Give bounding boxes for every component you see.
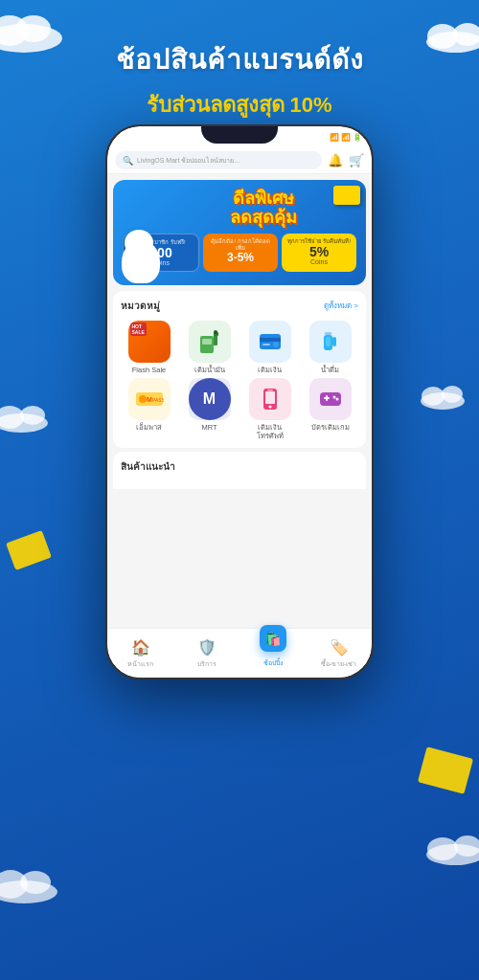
- cart-icon[interactable]: 🛒: [349, 153, 364, 167]
- category-mrt-label: MRT: [201, 423, 217, 432]
- game-icon: [309, 378, 352, 420]
- flash-sale-icon: HOTSALE: [128, 321, 171, 363]
- search-placeholder: LivingOS Mart ช้อปออนไลน์สบาย...: [137, 155, 240, 166]
- promo-banner: ดีลพิเศษ ลดสุดคุ้ม สมัครสมาชิก รับฟรี! 1…: [113, 180, 366, 285]
- svg-rect-30: [326, 337, 331, 346]
- marketplace-icon: 🏷️: [330, 638, 349, 657]
- cloud-bottom-left: [0, 865, 62, 903]
- mpass-icon: M PASS: [128, 378, 171, 420]
- bottom-navigation: 🏠 หน้าแรก 🛡️ บริการ 🛍️ ช้อปปิ้ง 🏷️ ซื้อ-…: [107, 628, 372, 678]
- category-mobile-label: เติมเงินโทรศัพท์: [257, 423, 284, 440]
- svg-rect-36: [265, 391, 275, 404]
- hero-title: ช้อปสินค้าแบรนด์ดัง: [0, 38, 479, 80]
- categories-more[interactable]: ดูทั้งหมด >: [324, 300, 358, 312]
- category-grid: HOTSALE Flash Sale: [121, 321, 358, 440]
- category-mobile[interactable]: เติมเงินโทรศัพท์: [241, 378, 298, 440]
- recommend-header: สินค้าแนะนำ: [121, 459, 358, 474]
- banner-title-line1: ดีลพิเศษ: [171, 189, 356, 209]
- phone-mockup: 📶 📶 🔋 🔍 LivingOS Mart ช้อปออนไลน์สบาย...…: [105, 124, 374, 679]
- banner-card2-label: คุ้มอีกต้อ! กรอกโค้ดลดเพิ่ม: [207, 238, 274, 252]
- svg-rect-38: [267, 390, 273, 391]
- svg-point-16: [422, 387, 445, 406]
- svg-point-22: [214, 330, 217, 334]
- svg-text:PASS: PASS: [152, 397, 164, 403]
- home-icon: 🏠: [131, 638, 150, 657]
- nav-home[interactable]: 🏠 หน้าแรก: [107, 629, 173, 678]
- shop-icon: 🛍️: [260, 625, 286, 652]
- svg-point-8: [20, 871, 51, 894]
- svg-rect-25: [262, 344, 270, 345]
- category-mpass[interactable]: M PASS เอ็มพาส: [121, 378, 177, 440]
- svg-rect-24: [260, 338, 281, 342]
- svg-rect-19: [202, 339, 212, 345]
- bell-icon[interactable]: 🔔: [328, 153, 343, 167]
- categories-title: หมวดหมู่: [121, 299, 160, 313]
- hero-subtitle: รับส่วนลดสูงสุด 10%: [0, 88, 479, 122]
- category-water-label: น้ำดื่ม: [321, 366, 339, 374]
- svg-point-42: [332, 396, 335, 399]
- fuel-icon: [189, 321, 231, 363]
- category-topup[interactable]: เติมเงิน: [241, 321, 298, 374]
- svg-point-26: [273, 342, 279, 347]
- nav-marketplace[interactable]: 🏷️ ซื้อ-ขาย-เช่า: [306, 629, 372, 678]
- cloud-mid-left: [0, 402, 53, 433]
- banner-title: ดีลพิเศษ ลดสุดคุ้ม: [171, 189, 356, 228]
- category-mpass-label: เอ็มพาส: [136, 423, 162, 432]
- banner-title-line2: ลดสุดคุ้ม: [171, 209, 356, 228]
- category-mrt[interactable]: M MRT: [181, 378, 238, 440]
- nav-shop-label: ช้อปปิ้ง: [263, 657, 283, 668]
- category-flash-label: Flash Sale: [132, 366, 166, 374]
- nav-services-label: บริการ: [197, 658, 217, 669]
- topup-icon: [249, 321, 291, 363]
- mobile-icon: [249, 378, 291, 420]
- category-game[interactable]: บัตรเติมเกม: [302, 378, 358, 440]
- svg-point-32: [139, 395, 147, 403]
- mrt-icon: M: [189, 378, 231, 420]
- banner-card-cashback: ทุกการใช้จ่าย รับคืนทันที! 5% Coins: [282, 234, 356, 272]
- svg-point-14: [20, 406, 45, 425]
- mascot-body: [122, 240, 160, 283]
- recommend-title: สินค้าแนะนำ: [121, 459, 175, 474]
- cloud-bottom-right: [422, 832, 479, 865]
- hero-section: ช้อปสินค้าแบรนด์ดัง รับส่วนลดสูงสุด 10%: [0, 0, 479, 122]
- search-action-icons: 🔔 🛒: [328, 153, 364, 167]
- hero-subtitle-text: รับส่วนลดสูงสุด: [147, 93, 285, 117]
- category-fuel-label: เติมน้ำมัน: [194, 366, 225, 374]
- svg-point-43: [335, 398, 338, 401]
- svg-point-37: [268, 406, 271, 409]
- svg-point-10: [427, 837, 458, 860]
- banner-card3-unit: Coins: [285, 258, 353, 265]
- search-input[interactable]: 🔍 LivingOS Mart ช้อปออนไลน์สบาย...: [115, 151, 322, 169]
- deco-envelope-left: [6, 530, 52, 570]
- search-icon: 🔍: [123, 156, 133, 166]
- banner-envelope: [333, 186, 360, 205]
- banner-card3-value: 5%: [285, 245, 353, 258]
- nav-marketplace-label: ซื้อ-ขาย-เช่า: [321, 658, 357, 669]
- category-flash-sale[interactable]: HOTSALE Flash Sale: [121, 321, 177, 374]
- nav-shop[interactable]: 🛍️ ช้อปปิ้ง: [240, 629, 306, 678]
- svg-rect-41: [326, 395, 328, 401]
- banner-card2-value: 3-5%: [207, 252, 274, 263]
- water-icon: [309, 321, 352, 363]
- status-icons: 📶 📶 🔋: [330, 133, 362, 142]
- category-topup-label: เติมเงิน: [258, 366, 282, 374]
- svg-rect-27: [325, 332, 331, 335]
- category-water[interactable]: น้ำดื่ม: [302, 321, 358, 374]
- search-bar[interactable]: 🔍 LivingOS Mart ช้อปออนไลน์สบาย... 🔔 🛒: [107, 147, 372, 174]
- categories-section: หมวดหมู่ ดูทั้งหมด > HOTSALE Flash Sale: [113, 291, 366, 448]
- recommend-section: สินค้าแนะนำ: [113, 452, 366, 489]
- phone-frame: 📶 📶 🔋 🔍 LivingOS Mart ช้อปออนไลน์สบาย...…: [105, 124, 374, 679]
- hero-discount: 10%: [289, 93, 331, 117]
- svg-point-17: [442, 386, 463, 403]
- banner-card-discount: คุ้มอีกต้อ! กรอกโค้ดลดเพิ่ม 3-5%: [203, 234, 278, 272]
- phone-screen: 📶 📶 🔋 🔍 LivingOS Mart ช้อปออนไลน์สบาย...…: [107, 126, 372, 678]
- flash-badge: HOTSALE: [130, 323, 147, 336]
- phone-notch: [201, 126, 278, 144]
- nav-services[interactable]: 🛡️ บริการ: [173, 629, 240, 678]
- cloud-mid-right: [417, 383, 469, 410]
- category-game-label: บัตรเติมเกม: [311, 423, 350, 432]
- category-fuel[interactable]: เติมน้ำมัน: [181, 321, 238, 374]
- services-icon: 🛡️: [197, 638, 217, 657]
- svg-rect-29: [332, 337, 336, 346]
- deco-envelope-right: [418, 746, 473, 794]
